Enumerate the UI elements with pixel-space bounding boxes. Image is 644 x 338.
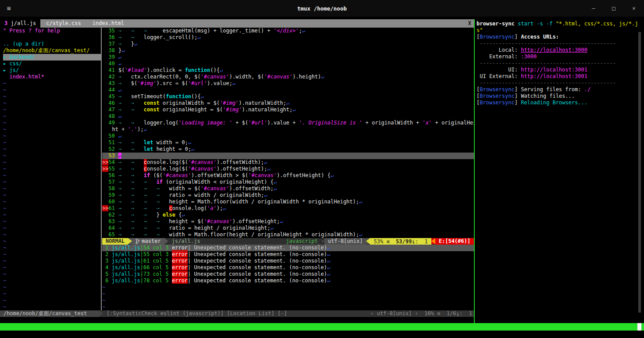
text-token: const <box>144 100 160 106</box>
tab-indent-icon: → <box>131 28 144 34</box>
tab-indent-icon: → <box>131 179 144 185</box>
text-row: 65→ → → → width = Math.floor(height / or… <box>102 231 474 238</box>
close-button[interactable]: × <box>624 0 644 17</box>
text-token: | Unexpected console statement. (no-cons… <box>188 271 327 277</box>
error-char-highlight: c <box>144 159 147 165</box>
eol-icon: ↵ <box>327 264 330 270</box>
text-token: " Press ? for help <box>3 28 60 34</box>
text-token: ] <box>515 34 521 40</box>
text-row: 39↵ <box>102 54 474 60</box>
lint-error-sign-icon: >> <box>102 205 108 211</box>
text-token: let <box>144 139 153 146</box>
text-row: 41$('#load').onclick = function(){↵ <box>102 67 474 74</box>
line-number: 35 <box>108 28 114 34</box>
url-link[interactable]: http://localhost:3001 <box>521 73 587 79</box>
tab-close-icon[interactable]: X <box>466 19 474 28</box>
tab-indent-icon: → <box>118 205 131 211</box>
text-token: + originalWidth + <box>362 120 422 126</box>
tab-indent-icon: → <box>131 172 144 178</box>
url-link[interactable]: ./ <box>584 86 591 93</box>
line-number: 60 <box>108 199 114 205</box>
line-number: 55 <box>108 166 114 172</box>
thin-separator-icon: ‹ <box>321 238 324 245</box>
empty-line: ~ <box>3 245 101 251</box>
text-row: UI: http://localhost:3001 <box>477 67 644 73</box>
nerdtree-sidebar[interactable]: " Press ? for help.. (up a dir)/home/noo… <box>0 28 101 310</box>
line-number: 47 <box>108 107 114 113</box>
tab-all-js[interactable]: 3 j/all.js <box>0 19 40 28</box>
empty-line-tilde: ~ <box>102 304 105 310</box>
tree-up-dir[interactable]: .. (up a dir) <box>3 41 101 47</box>
text-row: 51→ → let width = 0;↵ <box>102 139 474 146</box>
text-token: js/all.js <box>112 245 140 251</box>
tab-indent-icon: → <box>144 28 157 34</box>
loclist-item[interactable]: 1 js/all.js|54 col 3 error| Unexpected c… <box>102 245 474 251</box>
text-row: 44↵ <box>102 87 474 93</box>
text-token: 1 <box>102 245 112 251</box>
eol-icon: ↵ <box>198 34 201 40</box>
tab-indent-icon: → <box>144 231 157 238</box>
line-number: 45 <box>108 93 114 100</box>
text-token: '#canvas' <box>188 159 217 165</box>
loclist-item[interactable]: 5 js/all.js|73 col 5 error| Unexpected c… <box>102 271 474 278</box>
eol-icon: ↵ <box>144 126 147 132</box>
eol-icon: ↵ <box>201 93 204 100</box>
text-token: height = Math.floor(width / originalWidt… <box>169 199 359 205</box>
eol-icon: ↵ <box>118 54 121 60</box>
tab-index-html[interactable]: index.html <box>87 19 130 28</box>
tree-item-backend[interactable]: ▸ backend/ <box>3 54 101 60</box>
tab-style-css[interactable]: c/style.css <box>40 19 86 28</box>
sign-column <box>102 120 108 126</box>
maximize-button[interactable]: □ <box>604 0 624 17</box>
text-token: onsole.log($( <box>147 166 188 172</box>
loclist-item[interactable]: 6 js/all.js|78 col 5 error| Unexpected c… <box>102 278 474 284</box>
tree-item-index-html[interactable]: index.html* <box>3 74 101 80</box>
text-token: '. OriginalSize is ' <box>299 120 363 126</box>
url-link[interactable]: http://localhost:3001 <box>521 67 587 73</box>
sign-column <box>102 60 108 67</box>
error-badge: error <box>172 251 188 257</box>
line-number: 58 <box>108 185 114 192</box>
window-separator[interactable] <box>101 28 102 310</box>
empty-line: ~ <box>102 284 474 291</box>
loclist-item[interactable]: 2 js/all.js|55 col 3 error| Unexpected c… <box>102 251 474 258</box>
mode-indicator: NORMAL <box>102 238 128 245</box>
eol-icon: ↵ <box>327 245 330 251</box>
url-link[interactable]: :3000 <box>521 53 537 60</box>
eol-icon: ↵ <box>188 139 191 146</box>
tab-indent-icon: → <box>131 225 144 231</box>
eol-icon: ↵ <box>134 41 137 47</box>
tab-indent-icon: → <box>131 166 144 172</box>
empty-line: ~ <box>3 159 101 166</box>
line-number: 42 <box>108 74 114 80</box>
error-badge: error <box>172 264 188 270</box>
empty-line-tilde: ~ <box>3 212 6 218</box>
eol-icon: ↵ <box>232 80 235 86</box>
eol-icon: ↵ <box>274 185 277 192</box>
browser-sync-pane[interactable]: browser-sync start -s -f "*.html, css/*.… <box>477 21 644 317</box>
scrollbar[interactable] <box>638 32 641 313</box>
tab-indent-icon: → <box>131 34 144 40</box>
empty-line: ~ <box>3 166 101 172</box>
text-row: 53↵ <box>102 153 474 159</box>
text-row: [Browsersync] Access URLs: <box>477 34 644 40</box>
loclist-item[interactable]: 4 js/all.js|66 col 5 error| Unexpected c… <box>102 264 474 271</box>
empty-line: ~ <box>3 258 101 264</box>
tree-item-js[interactable]: ▸ js/ <box>3 67 101 74</box>
tmux-pane-border[interactable] <box>474 19 475 323</box>
sign-column <box>102 225 108 231</box>
tab-indent-icon: → <box>118 218 131 224</box>
tree-item-css[interactable]: ▸ css/ <box>3 60 101 67</box>
empty-line: ~ <box>3 107 101 113</box>
minimize-button[interactable]: — <box>584 0 604 17</box>
text-row: 42→ ctx.clearRect(0, 0, $('#canvas').wid… <box>102 74 474 80</box>
url-link[interactable]: http://localhost:3000 <box>521 47 587 53</box>
lint-error-sign-icon: >> <box>102 166 108 172</box>
loclist-item[interactable]: 3 js/all.js|61 col 5 error| Unexpected c… <box>102 258 474 264</box>
text-row: 47→ → const originalHeight = $('#img').n… <box>102 107 474 113</box>
text-token: if <box>144 172 150 178</box>
empty-line: ~ <box>3 146 101 153</box>
empty-line: ~ <box>3 80 101 87</box>
line-number: 39 <box>108 54 114 60</box>
code-area[interactable]: 35→ → → escapeHtml(msg) + logger._time()… <box>102 28 474 238</box>
